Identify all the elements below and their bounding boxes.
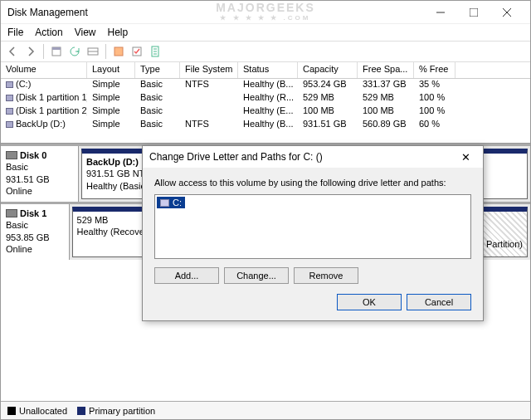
col-filesystem[interactable]: File System xyxy=(180,62,238,78)
menu-view[interactable]: View xyxy=(75,27,96,38)
col-status[interactable]: Status xyxy=(238,62,298,78)
ok-button[interactable]: OK xyxy=(337,294,402,310)
toolbar-icon-1[interactable] xyxy=(48,43,65,60)
dialog-close-icon[interactable]: ✕ xyxy=(455,151,476,164)
dialog-message: Allow access to this volume by using the… xyxy=(154,178,471,188)
forward-icon[interactable] xyxy=(22,43,39,60)
svg-rect-2 xyxy=(52,47,61,50)
col-capacity[interactable]: Capacity xyxy=(298,62,358,78)
window-title: Disk Management xyxy=(7,7,424,18)
drive-icon xyxy=(160,199,169,207)
volume-row[interactable]: (C:)SimpleBasicNTFSHealthy (B...953.24 G… xyxy=(1,79,530,92)
dialog-titlebar: Change Drive Letter and Paths for C: () … xyxy=(143,146,483,168)
volume-header: Volume Layout Type File System Status Ca… xyxy=(1,62,530,79)
disk-info[interactable]: Disk 0Basic931.51 GBOnline xyxy=(1,146,79,202)
col-volume[interactable]: Volume xyxy=(1,62,87,78)
col-freespace[interactable]: Free Spa... xyxy=(358,62,414,78)
menu-file[interactable]: File xyxy=(7,27,23,38)
volume-list: Volume Layout Type File System Status Ca… xyxy=(1,62,530,144)
add-button[interactable]: Add... xyxy=(154,267,219,284)
svg-rect-4 xyxy=(114,47,123,56)
col-layout[interactable]: Layout xyxy=(87,62,135,78)
toolbar-icon-3[interactable] xyxy=(85,43,101,60)
menu-help[interactable]: Help xyxy=(108,27,129,38)
volume-row[interactable]: (Disk 1 partition 2)SimpleBasicHealthy (… xyxy=(1,105,530,119)
toolbar xyxy=(1,41,530,62)
refresh-icon[interactable] xyxy=(66,43,83,60)
disk-info[interactable]: Disk 1Basic953.85 GBOnline xyxy=(1,204,70,260)
volume-row[interactable]: (Disk 1 partition 1)SimpleBasicHealthy (… xyxy=(1,92,530,105)
svg-rect-0 xyxy=(470,8,478,17)
change-drive-letter-dialog: Change Drive Letter and Paths for C: () … xyxy=(142,145,484,321)
col-pctfree[interactable]: % Free xyxy=(414,62,455,78)
cancel-button[interactable]: Cancel xyxy=(407,294,471,310)
toolbar-icon-6[interactable] xyxy=(147,43,163,60)
dialog-title: Change Drive Letter and Paths for C: () xyxy=(149,151,455,163)
toolbar-icon-4[interactable] xyxy=(110,43,127,60)
legend-unallocated: Unallocated xyxy=(7,406,67,416)
titlebar: Disk Management xyxy=(1,1,530,24)
legend-primary: Primary partition xyxy=(77,406,155,416)
back-icon[interactable] xyxy=(4,43,21,60)
menubar: File Action View Help xyxy=(1,24,530,41)
menu-action[interactable]: Action xyxy=(35,27,62,38)
remove-button[interactable]: Remove xyxy=(294,267,358,284)
close-button[interactable] xyxy=(490,1,524,24)
drive-letter-listbox[interactable]: C: xyxy=(154,194,471,259)
legend: Unallocated Primary partition xyxy=(1,401,530,419)
volume-row[interactable]: BackUp (D:)SimpleBasicNTFSHealthy (B...9… xyxy=(1,119,530,132)
drive-letter-item[interactable]: C: xyxy=(157,197,185,208)
change-button[interactable]: Change... xyxy=(224,267,289,284)
col-type[interactable]: Type xyxy=(135,62,180,78)
maximize-button[interactable] xyxy=(457,1,490,24)
checkbox-icon[interactable] xyxy=(129,43,145,60)
minimize-button[interactable] xyxy=(424,1,457,24)
